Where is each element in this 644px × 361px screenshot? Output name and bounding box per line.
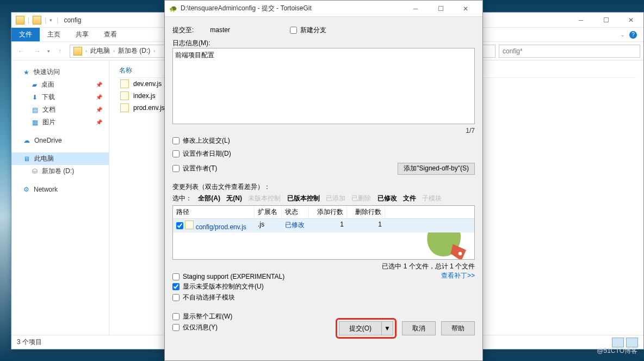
- filter-files[interactable]: 文件: [403, 194, 416, 202]
- help-icon[interactable]: ?: [629, 31, 637, 39]
- view-patch-link[interactable]: 查看补丁>>: [441, 271, 475, 304]
- star-icon: ★: [23, 69, 29, 76]
- status-text: 3 个项目: [17, 338, 42, 347]
- tab-share[interactable]: 共享: [68, 28, 96, 41]
- filter-unversioned[interactable]: 未版本控制: [248, 194, 281, 202]
- no-auto-submodule-checkbox[interactable]: 不自动选择子模块: [172, 293, 441, 302]
- breadcrumb[interactable]: 新加卷 (D:): [118, 46, 150, 56]
- folder-icon: [16, 16, 24, 25]
- dialog-title: D:\tensquareAdmin\config - 提交 - Tortoise…: [177, 4, 312, 13]
- select-label: 选中：: [172, 194, 192, 202]
- branch-name: master: [210, 26, 230, 34]
- search-input[interactable]: [499, 45, 640, 58]
- sidebar-pictures[interactable]: ▦图片📌: [11, 116, 109, 129]
- set-date-checkbox[interactable]: 设置作者日期(D): [172, 149, 231, 158]
- tab-file[interactable]: 文件: [11, 28, 40, 41]
- nav-forward-button[interactable]: →: [31, 45, 44, 58]
- sidebar-documents[interactable]: ▤文档📌: [11, 103, 109, 116]
- label: 快速访问: [34, 68, 60, 77]
- explorer-title: config: [58, 16, 81, 24]
- sidebar-quick-access[interactable]: ★快速访问: [11, 66, 109, 78]
- table-row[interactable]: config/prod.env.js .js 已修改 1 1: [173, 219, 474, 232]
- checkbox-input[interactable]: [172, 294, 179, 301]
- col-add[interactable]: 添加行数: [309, 206, 347, 218]
- amend-checkbox[interactable]: 修改上次提交(L): [172, 136, 475, 145]
- pin-icon: 📌: [96, 94, 102, 100]
- checkbox-input[interactable]: [172, 137, 179, 144]
- message-only-checkbox[interactable]: 仅仅消息(Y): [172, 323, 336, 332]
- file-name: prod.env.js: [133, 104, 165, 112]
- col-del[interactable]: 删除行数: [347, 206, 385, 218]
- close-button[interactable]: ✕: [453, 1, 478, 16]
- checkbox-input[interactable]: [290, 27, 297, 34]
- minimize-button[interactable]: ─: [403, 1, 428, 16]
- nav-up-button[interactable]: ↑: [53, 45, 66, 58]
- chevron-down-icon[interactable]: ▾: [49, 17, 52, 23]
- cancel-button[interactable]: 取消: [402, 321, 436, 335]
- pin-icon: 📌: [96, 107, 102, 113]
- ribbon-expand-icon[interactable]: ⌄: [621, 32, 625, 38]
- commit-button[interactable]: 提交(O): [339, 321, 381, 335]
- select-row: 选中： 全部(A) 无(N) 未版本控制 已版本控制 已添加 已删除 已修改 文…: [172, 194, 475, 203]
- sidebar-desktop[interactable]: ▰桌面📌: [11, 78, 109, 91]
- checkbox-input[interactable]: [172, 273, 179, 280]
- view-large-button[interactable]: [626, 338, 638, 347]
- sidebar-this-pc[interactable]: 🖥此电脑: [11, 152, 109, 165]
- tab-home[interactable]: 主页: [40, 28, 68, 41]
- show-whole-project-checkbox[interactable]: 显示整个工程(W): [172, 312, 336, 321]
- filter-submodule[interactable]: 子模块: [422, 194, 442, 202]
- watermark: @51CTO博客: [597, 346, 637, 356]
- checkbox-input[interactable]: [172, 150, 179, 157]
- select-all-link[interactable]: 全部(A): [198, 194, 220, 202]
- pin-icon: 📌: [96, 119, 102, 125]
- nav-back-button[interactable]: ←: [15, 45, 28, 58]
- cell-ext: .js: [255, 219, 282, 232]
- breadcrumb[interactable]: 此电脑: [90, 46, 110, 56]
- sidebar-network[interactable]: ⚙Network: [11, 184, 109, 195]
- drive-icon: ⛁: [32, 168, 38, 175]
- row-checkbox[interactable]: [176, 222, 183, 229]
- view-details-button[interactable]: [612, 338, 624, 347]
- filter-modified[interactable]: 已修改: [377, 194, 397, 202]
- sidebar-downloads[interactable]: ⬇下载📌: [11, 91, 109, 103]
- recent-dropdown-icon[interactable]: ▾: [47, 48, 50, 54]
- col-ext[interactable]: 扩展名: [255, 206, 282, 218]
- checkbox-input[interactable]: [172, 165, 179, 172]
- document-icon: ▤: [32, 106, 38, 114]
- maximize-button[interactable]: ☐: [593, 13, 618, 28]
- folder-icon: [33, 16, 41, 25]
- checkbox-input[interactable]: [172, 313, 179, 320]
- checkbox-input[interactable]: [172, 283, 179, 290]
- select-none-link[interactable]: 无(N): [226, 194, 242, 202]
- checkbox-input[interactable]: [172, 324, 179, 331]
- js-file-icon: [120, 103, 129, 112]
- label: 修改上次提交(L): [183, 136, 230, 145]
- new-branch-checkbox[interactable]: 新建分支: [290, 26, 326, 35]
- show-unversioned-checkbox[interactable]: 显示未受版本控制的文件(U): [172, 282, 441, 291]
- staging-checkbox[interactable]: Staging support (EXPERIMENTAL): [172, 273, 441, 280]
- label: 此电脑: [34, 154, 54, 163]
- js-file-icon: [185, 221, 194, 229]
- close-button[interactable]: ✕: [618, 13, 643, 28]
- filter-added[interactable]: 已添加: [326, 194, 345, 202]
- minimize-button[interactable]: ─: [568, 13, 593, 28]
- maximize-button[interactable]: ☐: [428, 1, 453, 16]
- col-path[interactable]: 路径: [173, 206, 255, 218]
- label: 提交(O): [349, 324, 371, 333]
- col-status[interactable]: 状态: [282, 206, 309, 218]
- help-button[interactable]: 帮助: [441, 321, 475, 335]
- log-message-input[interactable]: [172, 48, 475, 124]
- file-path: config/prod.env.js: [196, 223, 246, 231]
- sidebar-onedrive[interactable]: ☁OneDrive: [11, 135, 109, 146]
- set-author-checkbox[interactable]: 设置作者(T): [172, 164, 217, 173]
- qat-sep: |: [28, 16, 29, 24]
- filter-versioned[interactable]: 已版本控制: [287, 194, 320, 202]
- qat-sep: |: [45, 16, 46, 24]
- tab-view[interactable]: 查看: [96, 28, 125, 41]
- sidebar-volume[interactable]: ⛁新加卷 (D:): [11, 165, 109, 178]
- desktop-icon: ▰: [32, 81, 37, 89]
- label: Staging support (EXPERIMENTAL): [183, 273, 284, 280]
- commit-dropdown-button[interactable]: ▼: [381, 321, 393, 335]
- filter-deleted[interactable]: 已删除: [351, 194, 371, 202]
- signed-off-button[interactable]: 添加"Signed-off-by"(S): [398, 163, 475, 175]
